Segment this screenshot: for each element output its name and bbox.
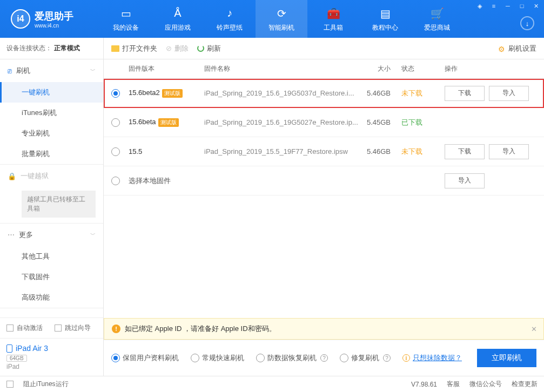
erase-link-wrap: i只想抹除数据？ <box>402 353 462 363</box>
block-itunes-checkbox[interactable] <box>6 381 14 388</box>
import-button[interactable]: 导入 <box>489 86 529 101</box>
flash-settings-button[interactable]: ⚙刷机设置 <box>498 44 536 53</box>
sidebar-download-fw[interactable]: 下载固件 <box>0 267 103 287</box>
firmware-radio[interactable] <box>111 89 120 98</box>
download-manager-icon[interactable]: ↓ <box>520 16 534 30</box>
cart-icon: 🛒 <box>429 6 445 21</box>
firmware-size: 5.45GB <box>358 118 401 126</box>
nav-apps[interactable]: Å应用游戏 <box>152 0 204 38</box>
firmware-name: iPad_Spring_2019_15.5_19F77_Restore.ipsw <box>204 147 358 156</box>
folder-icon <box>111 45 119 52</box>
sidebar-itunes-flash[interactable]: iTunes刷机 <box>0 103 103 123</box>
device-icon <box>6 344 12 353</box>
firmware-version: 15.6beta2 <box>129 89 160 97</box>
firmware-name: iPad_Spring_2019_15.6_19G5037d_Restore.i… <box>204 89 358 97</box>
appleid-warning: ! 如已绑定 Apple ID ，请准备好 Apple ID和密码。 ✕ <box>104 318 544 340</box>
nav-store[interactable]: 🛒爱思商城 <box>411 0 463 38</box>
firmware-radio[interactable] <box>111 147 120 156</box>
help-icon[interactable]: ? <box>320 354 328 362</box>
customer-service-link[interactable]: 客服 <box>447 380 460 389</box>
nav-toolbox[interactable]: 🧰工具箱 <box>307 0 359 38</box>
local-firmware-label: 选择本地固件 <box>129 176 358 186</box>
radio-repair-icon <box>340 354 348 362</box>
close-warning-icon[interactable]: ✕ <box>531 325 537 333</box>
import-button[interactable]: 导入 <box>445 173 485 188</box>
nav-tutorials[interactable]: ▤教程中心 <box>359 0 411 38</box>
app-url: www.i4.cn <box>35 23 73 29</box>
firmware-size: 5.46GB <box>358 147 401 156</box>
device-storage: 64GB <box>6 355 27 362</box>
firmware-row[interactable]: 15.5iPad_Spring_2019_15.5_19F77_Restore.… <box>104 137 544 166</box>
toolbox-icon: 🧰 <box>326 6 341 21</box>
sidebar-onekey-flash[interactable]: 一键刷机 <box>0 82 103 103</box>
sidebar-pro-flash[interactable]: 专业刷机 <box>0 123 103 144</box>
flash-icon: ⎚ <box>8 67 12 75</box>
auto-activate-checkbox[interactable] <box>6 325 14 332</box>
beta-badge: 测试版 <box>158 118 179 127</box>
refresh-icon <box>197 45 204 52</box>
nav-flash[interactable]: ⟳智能刷机 <box>256 0 307 38</box>
nav-my-device[interactable]: ▭我的设备 <box>100 0 152 38</box>
open-folder-button[interactable]: 打开文件夹 <box>111 44 157 53</box>
opt-repair[interactable]: 修复刷机? <box>340 353 391 363</box>
lock-icon: 🔒 <box>8 172 16 180</box>
delete-button: ⊘删除 <box>166 44 189 53</box>
help-icon[interactable]: ? <box>383 354 391 362</box>
refresh-button[interactable]: 刷新 <box>197 44 221 53</box>
more-icon: ⋯ <box>8 231 15 239</box>
firmware-status: 未下载 <box>401 147 445 157</box>
chevron-down-icon: ﹀ <box>90 231 96 239</box>
nav-ringtones[interactable]: ♪铃声壁纸 <box>204 0 256 38</box>
activation-row: 自动激活 跳过向导 <box>0 317 103 338</box>
device-type: iPad <box>6 363 97 370</box>
beta-badge: 测试版 <box>162 89 183 98</box>
delete-icon: ⊘ <box>166 44 172 52</box>
sidebar-advanced[interactable]: 高级功能 <box>0 287 103 308</box>
import-button[interactable]: 导入 <box>489 144 529 159</box>
win-menu-icon[interactable]: ≡ <box>489 2 499 10</box>
version-label: V7.98.61 <box>411 381 437 388</box>
sidebar-more-header[interactable]: ⋯ 更多 ﹀ <box>0 224 103 246</box>
win-min-icon[interactable]: ─ <box>503 2 513 10</box>
erase-data-link[interactable]: 只想抹除数据？ <box>413 353 462 363</box>
skip-guide-checkbox[interactable] <box>55 325 62 332</box>
sidebar-flash-header[interactable]: ⎚ 刷机 ﹀ <box>0 59 103 82</box>
warning-icon: ! <box>112 325 120 333</box>
download-button[interactable]: 下载 <box>445 86 485 101</box>
jailbreak-note: 越狱工具已转移至工具箱 <box>22 191 96 218</box>
sidebar-batch-flash[interactable]: 批量刷机 <box>0 144 103 164</box>
win-close-icon[interactable]: ✕ <box>531 2 541 10</box>
win-skin-icon[interactable]: ◈ <box>475 2 485 10</box>
table-header: 固件版本 固件名称 大小 状态 操作 <box>104 59 544 79</box>
device-info: iPad Air 3 64GB iPad <box>0 338 103 376</box>
opt-keep-data[interactable]: 保留用户资料刷机 <box>111 353 179 363</box>
opt-normal[interactable]: 常规快速刷机 <box>191 353 244 363</box>
firmware-row[interactable]: 选择本地固件导入 <box>104 166 544 195</box>
download-button[interactable]: 下载 <box>445 144 485 159</box>
firmware-row[interactable]: 15.6beta2测试版iPad_Spring_2019_15.6_19G503… <box>104 79 544 108</box>
book-icon: ▤ <box>378 6 393 21</box>
radio-keep-icon <box>111 354 120 362</box>
win-max-icon[interactable]: □ <box>517 2 527 10</box>
firmware-radio[interactable] <box>111 118 120 127</box>
firmware-version: 15.5 <box>129 147 142 156</box>
info-icon: i <box>402 354 410 362</box>
firmware-row[interactable]: 15.6beta测试版iPad_Spring_2019_15.6_19G5027… <box>104 108 544 137</box>
block-itunes-label: 阻止iTunes运行 <box>23 380 69 389</box>
connection-status: 设备连接状态：正常模式 <box>0 38 103 59</box>
logo-icon: i4 <box>11 9 30 29</box>
radio-antirec-icon <box>256 354 265 362</box>
sidebar-other-tools[interactable]: 其他工具 <box>0 246 103 267</box>
opt-antirecovery[interactable]: 防数据恢复刷机? <box>256 353 328 363</box>
firmware-radio[interactable] <box>111 177 120 185</box>
music-icon: ♪ <box>222 6 237 21</box>
wechat-link[interactable]: 微信公众号 <box>469 380 502 389</box>
firmware-name: iPad_Spring_2019_15.6_19G5027e_Restore.i… <box>204 118 358 126</box>
gear-icon: ⚙ <box>498 45 506 52</box>
flash-now-button[interactable]: 立即刷机 <box>477 349 536 367</box>
firmware-version: 15.6beta <box>129 118 156 126</box>
app-title: 爱思助手 <box>35 10 73 23</box>
check-update-link[interactable]: 检查更新 <box>512 380 538 389</box>
apps-icon: Å <box>170 6 185 21</box>
firmware-size: 5.46GB <box>358 89 401 97</box>
